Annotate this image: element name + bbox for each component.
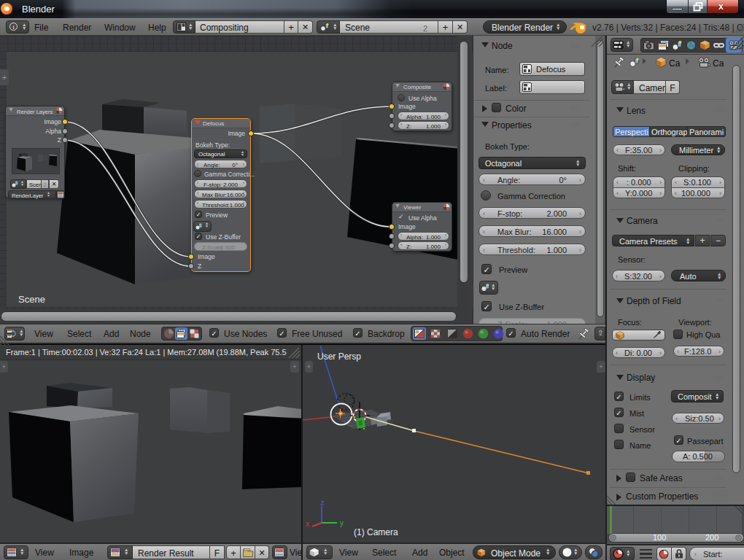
svg-text:z: z	[321, 499, 325, 507]
svg-text:x: x	[306, 520, 309, 528]
svg-text:y: y	[340, 519, 344, 527]
